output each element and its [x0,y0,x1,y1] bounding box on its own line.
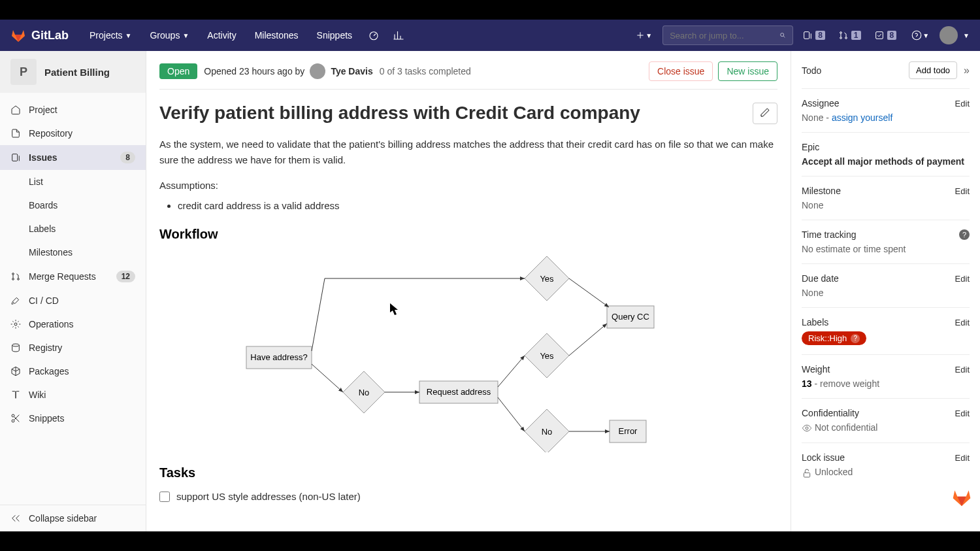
issues-counter[interactable]: 8 [798,27,829,43]
author-name[interactable]: Tye Davis [331,66,372,76]
brand-text: GitLab [31,29,69,42]
milestone-edit[interactable]: Edit [955,186,970,196]
edit-title-button[interactable] [753,103,777,124]
svg-point-14 [12,414,14,417]
nav-snippets[interactable]: Snippets [309,25,360,46]
sidebar-item-mr[interactable]: Merge Requests12 [0,264,146,289]
expand-sidebar-icon[interactable]: » [964,65,970,76]
add-todo-button[interactable]: Add todo [909,61,957,79]
svg-text:Request address: Request address [427,387,491,397]
project-header[interactable]: P Patient Billing [0,51,146,93]
opened-by: Opened 23 hours ago by Tye Davis [204,63,372,79]
epic-label: Epic [802,142,819,152]
sidebar-item-repository[interactable]: Repository [0,122,146,145]
sidebar-item-project[interactable]: Project [0,98,146,122]
confidentiality-value: Not confidential [802,422,970,433]
weight-edit[interactable]: Edit [955,365,970,375]
sidebar-item-cicd[interactable]: CI / CD [0,289,146,312]
help-icon[interactable]: ▼ [906,24,934,46]
chart-icon[interactable] [387,24,410,46]
nav-milestones[interactable]: Milestones [247,25,306,46]
svg-point-1 [781,33,784,37]
task-checkbox[interactable] [159,492,170,502]
svg-text:No: No [359,388,370,397]
cursor-icon [390,303,398,315]
sidebar-item-operations[interactable]: Operations [0,312,146,336]
svg-point-28 [806,427,808,429]
help-icon[interactable]: ? [959,229,970,240]
lock-open-icon [802,468,812,478]
assign-yourself-link[interactable]: assign yourself [832,112,892,123]
tasks-count: 0 of 3 tasks completed [380,66,471,76]
pencil-icon [760,107,770,118]
labels-edit[interactable]: Edit [955,318,970,327]
collapse-icon [10,513,21,524]
todo-label: Todo [802,65,821,76]
sidebar-sub-labels[interactable]: Labels [0,217,146,241]
sidebar-item-registry[interactable]: Registry [0,336,146,359]
due-date-label: Due date [802,273,839,284]
nav-activity[interactable]: Activity [199,25,244,46]
assignee-label: Assignee [802,98,840,109]
weight-label: Weight [802,364,830,375]
nav-groups[interactable]: Groups▼ [142,25,197,46]
label-pill-risk-high[interactable]: Risk::High? [802,331,866,345]
sidebar-item-snippets[interactable]: Snippets [0,407,146,430]
gauge-icon[interactable] [363,24,385,46]
nav-projects[interactable]: Projects▼ [82,25,139,46]
sidebar-item-packages[interactable]: Packages [0,359,146,383]
file-icon [10,128,21,139]
remove-weight-link[interactable]: - remove weight [812,378,879,389]
sidebar-sub-milestones[interactable]: Milestones [0,241,146,264]
sidebar-sub-list[interactable]: List [0,170,146,193]
project-name: Patient Billing [44,67,110,78]
status-badge: Open [159,63,197,79]
svg-point-15 [12,420,14,422]
epic-value[interactable]: Accept all major methods of payment [802,156,970,167]
task-label: support US style addresses (non-US later… [176,491,361,502]
gear-icon [10,319,21,329]
time-tracking-label: Time tracking [802,229,857,240]
task-item: support US style addresses (non-US later… [159,488,777,505]
search-input[interactable] [670,31,779,41]
svg-text:Yes: Yes [540,274,554,284]
svg-point-13 [12,344,20,346]
confidentiality-edit[interactable]: Edit [955,409,970,418]
assignee-edit[interactable]: Edit [955,99,970,109]
svg-rect-2 [804,32,809,39]
gitlab-logo[interactable]: GitLab [10,27,69,43]
mr-counter[interactable]: 1 [834,27,865,43]
new-issue-button[interactable]: New issue [718,61,777,81]
merge-request-icon [10,271,21,282]
issue-main: Open Opened 23 hours ago by Tye Davis 0 … [146,51,791,531]
issues-icon [802,30,813,41]
scissors-icon [10,413,21,424]
close-issue-button[interactable]: Close issue [649,61,713,81]
sidebar-item-issues[interactable]: Issues8 [0,145,146,170]
svg-text:Query CC: Query CC [612,312,649,322]
svg-point-4 [840,37,841,39]
due-date-edit[interactable]: Edit [955,274,970,284]
todos-counter[interactable]: 8 [870,27,901,43]
search-box[interactable] [662,25,793,45]
chevron-down-icon: ▼ [645,32,652,39]
sidebar-sub-boards[interactable]: Boards [0,193,146,217]
lock-edit[interactable]: Edit [955,453,970,463]
collapse-sidebar[interactable]: Collapse sidebar [0,505,146,531]
question-icon: ? [851,334,860,343]
sidebar-item-wiki[interactable]: Wiki [0,383,146,407]
todo-icon [874,30,885,41]
plus-icon[interactable]: ▼ [630,25,657,46]
assumptions-list: credit card address is a valid address [178,200,777,211]
right-sidebar: Todo Add todo » AssigneeEdit None - assi… [791,51,980,531]
assumptions-heading: Assumptions: [159,180,777,191]
package-icon [10,366,21,376]
chevron-down-icon: ▼ [963,32,970,39]
user-avatar[interactable] [939,26,958,44]
issue-header: Open Opened 23 hours ago by Tye Davis 0 … [159,61,777,90]
tasks-heading: Tasks [159,465,777,480]
weight-value: 13 [802,378,812,389]
issue-title: Verify patient billing address with Cred… [159,103,753,124]
author-avatar[interactable] [310,63,325,79]
svg-text:Yes: Yes [540,351,554,361]
